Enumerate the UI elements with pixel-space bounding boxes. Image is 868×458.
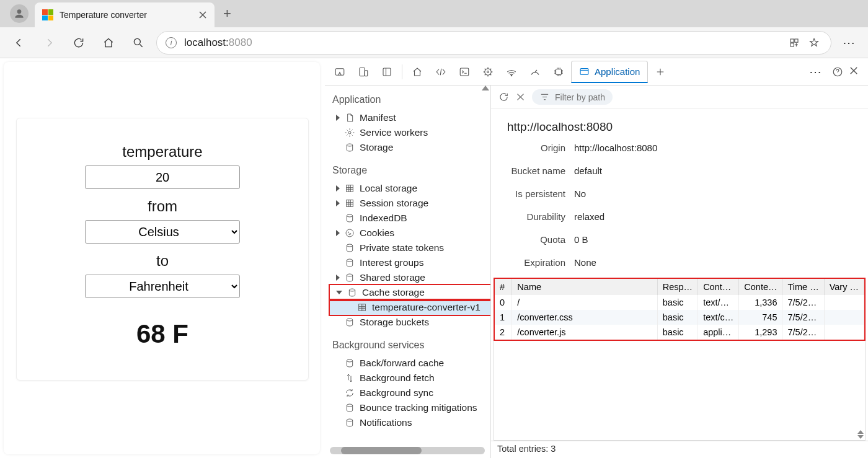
sidebar-item-back-forward-cache[interactable]: Back/forward cache: [330, 356, 490, 371]
sources-tab-icon[interactable]: [477, 61, 499, 83]
clear-icon[interactable]: [515, 92, 526, 102]
profile-avatar[interactable]: [10, 4, 29, 23]
sidebar-item-service-workers[interactable]: Service workers: [330, 125, 490, 140]
svg-point-24: [349, 234, 350, 234]
refresh-icon[interactable]: [498, 92, 509, 102]
close-tab-icon[interactable]: [198, 11, 207, 19]
expand-icon[interactable]: [336, 275, 340, 281]
svg-rect-18: [347, 185, 353, 192]
column-header[interactable]: Cont…: [698, 279, 739, 295]
sidebar-item-storage[interactable]: Storage: [330, 140, 490, 155]
help-icon[interactable]: [832, 66, 843, 77]
sidebar-item-temperature-converter-v1[interactable]: temperature-converter-v1: [330, 300, 490, 315]
sidebar-section-storage: Storage: [330, 162, 490, 181]
cell-ctype: text/c…: [698, 310, 739, 325]
meta-value: relaxed: [574, 211, 868, 222]
temperature-input[interactable]: [85, 165, 240, 189]
memory-tab-icon[interactable]: [547, 61, 570, 83]
site-info-icon[interactable]: i: [166, 37, 177, 48]
converter-card: temperature from Celsius to Fahrenheit 6…: [16, 118, 309, 381]
cell-name: /converter.css: [512, 310, 657, 325]
svg-rect-29: [359, 304, 366, 311]
sidebar-item-private-state-tokens[interactable]: Private state tokens: [330, 240, 490, 255]
sidebar-item-label: Background sync: [360, 387, 433, 399]
meta-key: Expiration: [497, 257, 565, 268]
db-icon: [345, 143, 355, 152]
svg-point-25: [347, 244, 352, 247]
cell-vary: [824, 295, 864, 310]
sidebar-item-bounce-tracking-mitigations[interactable]: Bounce tracking mitigations: [330, 400, 490, 415]
new-tab-button[interactable]: +: [223, 6, 231, 22]
sidebar-item-background-fetch[interactable]: Background fetch: [330, 371, 490, 385]
svg-point-12: [511, 75, 512, 76]
sidebar-item-shared-storage[interactable]: Shared storage: [330, 270, 490, 285]
column-header[interactable]: Resp…: [657, 279, 698, 295]
application-tab[interactable]: Application: [571, 61, 648, 83]
sidebar-item-manifest[interactable]: Manifest: [330, 110, 490, 125]
expand-icon: [336, 144, 340, 151]
elements-tab-icon[interactable]: [430, 61, 452, 83]
scroll-arrows-icon[interactable]: [857, 430, 864, 439]
svg-point-23: [350, 234, 351, 234]
expand-icon[interactable]: [336, 185, 340, 192]
expand-icon[interactable]: [336, 230, 340, 236]
meta-value: No: [574, 188, 868, 199]
sidebar-item-background-sync[interactable]: Background sync: [330, 385, 490, 400]
more-tabs-button[interactable]: [649, 61, 671, 83]
sidebar-item-indexeddb[interactable]: IndexedDB: [330, 211, 490, 226]
sidebar-item-local-storage[interactable]: Local storage: [330, 181, 490, 196]
application-sidebar[interactable]: ApplicationManifestService workersStorag…: [325, 86, 491, 458]
column-header[interactable]: Time …: [782, 279, 824, 295]
to-select[interactable]: Fahrenheit: [85, 275, 240, 298]
svg-point-10: [485, 68, 492, 75]
network-tab-icon[interactable]: [500, 61, 523, 83]
sidebar-item-cache-storage[interactable]: Cache storage: [330, 285, 490, 300]
column-header[interactable]: Conte…: [739, 279, 782, 295]
sidebar-item-cookies[interactable]: Cookies: [330, 226, 490, 240]
table-row[interactable]: 2/converter.jsbasicappli…1,2937/5/2…: [495, 325, 864, 340]
browser-tab[interactable]: Temperature converter: [35, 2, 215, 27]
extensions-icon[interactable]: [789, 37, 800, 48]
dock-icon[interactable]: [376, 61, 398, 83]
svg-rect-14: [580, 68, 588, 74]
from-label: from: [148, 198, 177, 215]
devtools-menu-button[interactable]: ⋯: [804, 64, 827, 79]
welcome-tab-icon[interactable]: [406, 61, 428, 83]
performance-tab-icon[interactable]: [524, 61, 546, 83]
filter-input[interactable]: Filter by path: [532, 89, 613, 105]
svg-rect-4: [790, 43, 794, 46]
device-icon[interactable]: [352, 61, 374, 83]
address-bar[interactable]: i localhost:8080: [156, 31, 831, 55]
column-header[interactable]: Vary …: [824, 279, 864, 295]
filter-placeholder: Filter by path: [555, 92, 605, 102]
sidebar-item-notifications[interactable]: Notifications: [330, 415, 490, 430]
browser-menu-button[interactable]: ⋯: [838, 35, 861, 50]
favorite-icon[interactable]: [808, 37, 820, 48]
back-button[interactable]: [7, 31, 31, 55]
db-icon: [345, 243, 355, 253]
table-row[interactable]: 1/converter.cssbasictext/c…7457/5/2…: [495, 310, 864, 325]
search-button[interactable]: [126, 31, 150, 55]
expand-icon: [336, 420, 340, 426]
sidebar-item-interest-groups[interactable]: Interest groups: [330, 255, 490, 270]
home-button[interactable]: [97, 31, 120, 55]
expand-icon[interactable]: [336, 291, 342, 294]
cache-toolbar: Filter by path: [491, 86, 868, 109]
close-devtools-button[interactable]: [848, 65, 859, 79]
table-footer: Total entries: 3: [491, 441, 868, 458]
scroll-up-icon[interactable]: [482, 86, 489, 90]
refresh-button[interactable]: [67, 31, 91, 55]
cell-vary: [824, 310, 864, 325]
sidebar-item-session-storage[interactable]: Session storage: [330, 196, 490, 211]
sidebar-h-scrollbar[interactable]: [330, 447, 485, 454]
inspect-icon[interactable]: [329, 61, 351, 83]
sidebar-item-storage-buckets[interactable]: Storage buckets: [330, 315, 490, 330]
column-header[interactable]: Name: [512, 279, 657, 295]
expand-icon[interactable]: [336, 200, 340, 206]
column-header[interactable]: #: [495, 279, 512, 295]
from-select[interactable]: Celsius: [85, 220, 240, 244]
tab-title: Temperature converter: [60, 10, 192, 20]
console-tab-icon[interactable]: [453, 61, 476, 83]
expand-icon[interactable]: [336, 115, 340, 121]
table-row[interactable]: 0/basictext/…1,3367/5/2…: [495, 295, 864, 310]
